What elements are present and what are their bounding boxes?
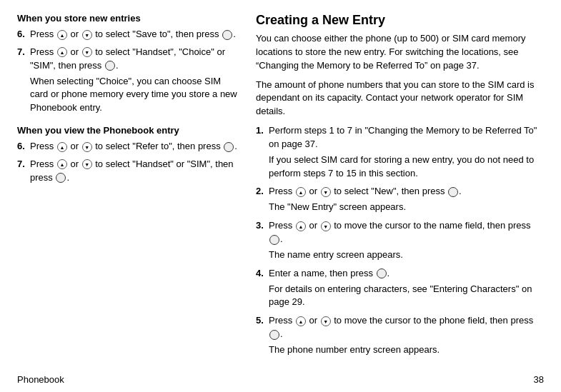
- list-item: 3. Press or to move the cursor to the na…: [256, 219, 544, 262]
- item-subtext: For details on entering characters, see …: [269, 283, 544, 310]
- item-text: Press or to select "New", then press .: [269, 186, 462, 196]
- right-column: Creating a New Entry You can choose eith…: [256, 13, 544, 371]
- list-item: 6. Press or to select "Save to", then pr…: [17, 28, 239, 41]
- item-content: Press or to select "Refer to", then pres…: [30, 140, 239, 154]
- down-arrow-icon: [82, 142, 92, 152]
- center-button-icon: [377, 268, 387, 278]
- item-content: Enter a name, then press . For details o…: [269, 267, 544, 310]
- section2-list: 6. Press or to select "Refer to", then p…: [17, 140, 239, 185]
- up-arrow-icon: [296, 221, 306, 231]
- item-num: 3.: [256, 219, 269, 233]
- item-subtext: When selecting "Choice", you can choose …: [30, 75, 239, 116]
- item-content: Press or to select "Handset" or "SIM", t…: [30, 158, 239, 185]
- left-column: When you store new entries 6. Press or t…: [17, 13, 239, 371]
- up-arrow-icon: [57, 30, 67, 40]
- down-arrow-icon: [321, 316, 331, 326]
- item-content: Press or to select "Handset", "Choice" o…: [30, 46, 239, 115]
- list-item: 7. Press or to select "Handset" or "SIM"…: [17, 158, 239, 185]
- center-button-icon: [56, 173, 66, 183]
- section2-title: When you view the Phonebook entry: [17, 125, 239, 136]
- item-content: Press or to select "New", then press . T…: [269, 185, 544, 214]
- item-num: 6.: [17, 28, 30, 41]
- item-num: 6.: [17, 140, 30, 154]
- list-item: 1. Perform steps 1 to 7 in "Changing the…: [256, 124, 544, 180]
- item-num: 4.: [256, 267, 269, 281]
- item-subtext: The name entry screen appears.: [269, 248, 544, 262]
- item-num: 5.: [256, 314, 269, 328]
- list-item: 7. Press or to select "Handset", "Choice…: [17, 46, 239, 115]
- list-item: 2. Press or to select "New", then press …: [256, 185, 544, 214]
- center-button-icon: [269, 330, 279, 340]
- center-button-icon: [269, 235, 279, 245]
- page: When you store new entries 6. Press or t…: [0, 0, 561, 392]
- list-item: 5. Press or to move the cursor to the ph…: [256, 314, 544, 357]
- footer-right: 38: [534, 374, 544, 385]
- list-item: 6. Press or to select "Refer to", then p…: [17, 140, 239, 154]
- item-text: Press or to select "Handset", "Choice" o…: [30, 46, 225, 71]
- item-subtext: If you select SIM card for storing a new…: [269, 154, 544, 181]
- center-button-icon: [222, 30, 232, 40]
- item-subtext: The phone number entry screen appears.: [269, 343, 544, 357]
- item-text: Press or to select "Save to", then press…: [30, 29, 236, 39]
- center-button-icon: [448, 187, 458, 197]
- down-arrow-icon: [82, 47, 92, 57]
- item-text: Press or to move the cursor to the name …: [269, 220, 531, 244]
- item-content: Press or to move the cursor to the phone…: [269, 314, 544, 357]
- center-button-icon: [105, 61, 115, 71]
- item-text: Perform steps 1 to 7 in "Changing the Me…: [269, 125, 537, 149]
- down-arrow-icon: [321, 221, 331, 231]
- item-subtext: The "New Entry" screen appears.: [269, 201, 544, 214]
- item-content: Press or to select "Save to", then press…: [30, 28, 239, 41]
- right-list: 1. Perform steps 1 to 7 in "Changing the…: [256, 124, 544, 357]
- item-content: Perform steps 1 to 7 in "Changing the Me…: [269, 124, 544, 180]
- item-text: Press or to move the cursor to the phone…: [269, 315, 533, 339]
- page-heading: Creating a New Entry: [256, 13, 544, 28]
- up-arrow-icon: [296, 316, 306, 326]
- item-num: 1.: [256, 124, 269, 138]
- item-content: Press or to move the cursor to the name …: [269, 219, 544, 262]
- down-arrow-icon: [82, 30, 92, 40]
- up-arrow-icon: [57, 142, 67, 152]
- down-arrow-icon: [82, 159, 92, 169]
- item-text: Enter a name, then press .: [269, 268, 389, 278]
- section1-list: 6. Press or to select "Save to", then pr…: [17, 28, 239, 115]
- item-num: 2.: [256, 185, 269, 198]
- list-item: 4. Enter a name, then press . For detail…: [256, 267, 544, 310]
- intro-text-1: You can choose either the phone (up to 5…: [256, 32, 544, 73]
- footer-left: Phonebook: [17, 374, 534, 385]
- item-text: Press or to select "Handset" or "SIM", t…: [30, 159, 234, 183]
- up-arrow-icon: [57, 47, 67, 57]
- main-columns: When you store new entries 6. Press or t…: [17, 13, 544, 371]
- item-text: Press or to select "Refer to", then pres…: [30, 141, 237, 151]
- down-arrow-icon: [321, 187, 331, 197]
- item-num: 7.: [17, 158, 30, 171]
- intro-text-2: The amount of phone numbers that you can…: [256, 79, 544, 119]
- up-arrow-icon: [296, 187, 306, 197]
- item-num: 7.: [17, 46, 30, 59]
- section1-title: When you store new entries: [17, 13, 239, 24]
- up-arrow-icon: [57, 159, 67, 169]
- footer: Phonebook 38: [17, 371, 544, 385]
- center-button-icon: [224, 142, 234, 152]
